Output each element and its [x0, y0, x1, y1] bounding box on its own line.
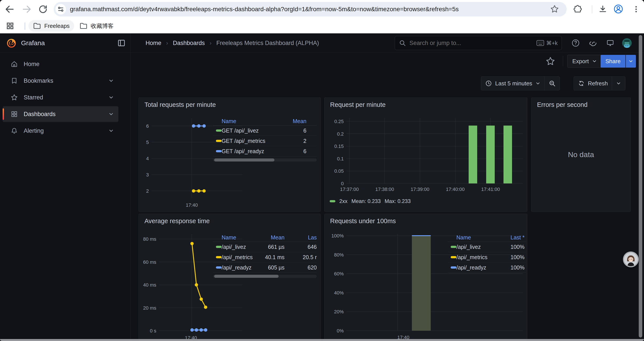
browser-menu-icon[interactable]: [631, 5, 641, 14]
legend-row[interactable]: 2xx Mean: 0.233 Max: 0.233: [330, 198, 411, 204]
legend-scrollbar[interactable]: [213, 158, 317, 162]
series-name[interactable]: GET /api/_metrics: [222, 138, 290, 144]
search-box[interactable]: ⌘+k: [395, 36, 562, 50]
legend-col-name[interactable]: Name: [222, 234, 258, 241]
panel-title[interactable]: Requests under 100ms: [330, 217, 396, 225]
active-indicator: [3, 108, 4, 120]
series-name[interactable]: /api/_livez: [456, 244, 502, 250]
legend-table: Name Mean GET /api/_livez 6 GET /api/_me…: [213, 117, 317, 162]
legend-row[interactable]: GET /api/_readyz 6: [213, 146, 317, 156]
legend-col-last[interactable]: Las: [284, 234, 317, 241]
series-name[interactable]: 2xx: [339, 198, 348, 204]
series-name[interactable]: /api/_readyz: [222, 264, 258, 271]
share-menu-chevron[interactable]: [625, 55, 636, 68]
panel-title[interactable]: Average response time: [144, 217, 210, 225]
bookmark-folder-label: Freeleaps: [44, 23, 70, 30]
share-button-label[interactable]: Share: [600, 55, 625, 68]
legend-row[interactable]: /api/_livez 661 µs 646: [213, 242, 317, 252]
share-button[interactable]: Share: [600, 55, 636, 68]
series-color-pill: [216, 140, 222, 142]
legend-col-mean[interactable]: Mean: [290, 118, 317, 124]
page-scrollbar[interactable]: [639, 35, 642, 337]
series-name[interactable]: /api/_metrics: [222, 254, 258, 260]
assistant-avatar[interactable]: [623, 251, 639, 267]
legend-col-name[interactable]: Name: [222, 118, 290, 124]
sidebar-item-alerting[interactable]: Alerting: [3, 123, 118, 139]
legend-row[interactable]: /api/_metrics 40.1 ms 20.5 r: [213, 252, 317, 262]
forward-icon[interactable]: [21, 4, 32, 15]
series-last: 100%: [502, 264, 526, 271]
bookmarks-bar: Freeleaps 收藏博客: [0, 19, 644, 33]
profile-icon[interactable]: [613, 4, 624, 14]
search-input[interactable]: [410, 40, 536, 47]
chevron-down-icon[interactable]: [108, 111, 114, 117]
breadcrumb: Home › Dashboards › Freeleaps Metrics Da…: [146, 33, 319, 53]
bookmark-folder-blogs[interactable]: 收藏博客: [75, 20, 118, 32]
help-icon[interactable]: [571, 39, 580, 47]
screen: grafana.mathmast.com/d/deytv4rwavabkb/fr…: [0, 0, 644, 341]
refresh-picker[interactable]: Refresh: [574, 76, 625, 90]
bookmark-folder-freeleaps[interactable]: Freeleaps: [28, 20, 74, 32]
home-icon: [10, 60, 18, 68]
legend-row[interactable]: GET /api/_livez 6: [213, 126, 317, 136]
bookmark-star-icon[interactable]: [550, 5, 559, 14]
apps-grid-icon[interactable]: [6, 22, 14, 30]
series-color-pill: [451, 266, 456, 269]
legend-scrollbar[interactable]: [213, 275, 317, 278]
legend-row[interactable]: /api/_readyz 605 µs 620: [213, 262, 317, 273]
zoom-out-button[interactable]: [545, 77, 560, 90]
user-avatar[interactable]: [622, 38, 632, 48]
series-name[interactable]: /api/_metrics: [456, 254, 502, 260]
series-name[interactable]: GET /api/_livez: [222, 128, 290, 134]
panel-title[interactable]: Request per minute: [330, 101, 386, 108]
panel-title[interactable]: Total requests per minute: [144, 101, 216, 108]
svg-text:17:39:00: 17:39:00: [410, 187, 430, 192]
sidebar-toggle-icon[interactable]: [116, 38, 126, 48]
svg-text:0.2: 0.2: [337, 131, 344, 137]
chevron-down-icon[interactable]: [108, 128, 114, 134]
news-icon[interactable]: [589, 39, 598, 47]
sidebar-item-dashboards[interactable]: Dashboards: [3, 106, 118, 122]
sidebar-item-label: Dashboards: [24, 111, 108, 118]
legend-col-last[interactable]: Last *: [502, 234, 526, 241]
series-name[interactable]: GET /api/_readyz: [222, 148, 290, 154]
back-icon[interactable]: [4, 4, 15, 15]
series-name[interactable]: /api/_readyz: [456, 264, 502, 271]
time-range-button[interactable]: Last 5 minutes: [481, 77, 544, 90]
legend-row[interactable]: /api/_readyz 100%: [448, 262, 526, 273]
url-text[interactable]: grafana.mathmast.com/d/deytv4rwavabkb/fr…: [70, 2, 548, 17]
svg-text:0 s: 0 s: [150, 328, 156, 333]
monitor-icon[interactable]: [606, 39, 615, 47]
sidebar-item-starred[interactable]: Starred: [3, 90, 118, 105]
legend-row[interactable]: GET /api/_metrics 2: [213, 136, 317, 146]
favorite-star-icon[interactable]: [545, 56, 556, 66]
sidebar-item-home[interactable]: Home: [3, 56, 118, 72]
legend-col-mean[interactable]: Mean: [258, 234, 284, 241]
time-range-picker[interactable]: Last 5 minutes: [481, 76, 560, 90]
legend-row[interactable]: /api/_metrics 100%: [448, 252, 526, 262]
brand-name[interactable]: Grafana: [21, 33, 45, 53]
sidebar-item-bookmarks[interactable]: Bookmarks: [3, 73, 118, 89]
extensions-icon[interactable]: [573, 5, 582, 14]
grafana-logo[interactable]: [6, 38, 17, 48]
export-button[interactable]: Export: [567, 55, 602, 68]
chevron-down-icon[interactable]: [108, 78, 114, 84]
sidebar-item-label: Alerting: [24, 128, 108, 134]
request-per-minute-chart[interactable]: 0.250.20.150.10.05017:37:0017:38:0017:39…: [324, 115, 526, 196]
downloads-icon[interactable]: [598, 5, 608, 14]
refresh-interval-chevron[interactable]: [612, 77, 625, 90]
refresh-button[interactable]: Refresh: [574, 77, 612, 90]
site-settings-icon[interactable]: [56, 4, 66, 15]
legend-col-name[interactable]: Name: [456, 234, 502, 241]
reload-icon[interactable]: [37, 4, 49, 15]
folder-icon: [33, 22, 41, 30]
legend-row[interactable]: /api/_livez 100%: [448, 242, 526, 252]
sidebar: Grafana Home Bookmarks Starred: [0, 33, 131, 341]
address-bar[interactable]: grafana.mathmast.com/d/deytv4rwavabkb/fr…: [54, 2, 566, 17]
breadcrumb-dashboards[interactable]: Dashboards: [173, 40, 205, 47]
series-name[interactable]: /api/_livez: [222, 244, 258, 250]
svg-text:0.1: 0.1: [337, 156, 344, 162]
chevron-down-icon[interactable]: [108, 95, 114, 100]
breadcrumb-home[interactable]: Home: [146, 40, 161, 47]
svg-text:17:40:00: 17:40:00: [446, 187, 465, 192]
